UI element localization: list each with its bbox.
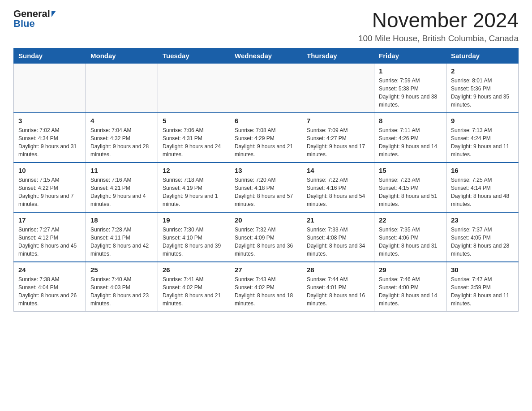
day-header-saturday: Saturday (446, 48, 519, 63)
day-number: 4 (90, 117, 153, 124)
calendar-week-row: 17Sunrise: 7:27 AMSunset: 4:12 PMDayligh… (14, 212, 519, 262)
day-number: 11 (90, 167, 153, 174)
day-header-sunday: Sunday (14, 48, 86, 63)
day-info-text: Sunrise: 7:27 AMSunset: 4:12 PMDaylight:… (18, 226, 81, 258)
day-info-text: Sunrise: 7:23 AMSunset: 4:15 PMDaylight:… (379, 176, 442, 208)
page-header: General Blue November 2024 100 Mile Hous… (13, 9, 519, 43)
day-number: 10 (18, 167, 81, 174)
day-info-text: Sunrise: 7:06 AMSunset: 4:31 PMDaylight:… (163, 126, 225, 158)
day-info-text: Sunrise: 7:13 AMSunset: 4:24 PMDaylight:… (451, 126, 514, 158)
day-number: 21 (307, 216, 369, 224)
calendar-cell: 9Sunrise: 7:13 AMSunset: 4:24 PMDaylight… (446, 113, 519, 163)
day-info-text: Sunrise: 7:16 AMSunset: 4:21 PMDaylight:… (90, 176, 153, 208)
calendar-cell: 22Sunrise: 7:35 AMSunset: 4:06 PMDayligh… (374, 212, 446, 262)
calendar-cell: 28Sunrise: 7:44 AMSunset: 4:01 PMDayligh… (302, 262, 374, 312)
calendar-cell: 12Sunrise: 7:18 AMSunset: 4:19 PMDayligh… (158, 163, 230, 212)
day-number: 16 (451, 167, 514, 174)
calendar-cell: 18Sunrise: 7:28 AMSunset: 4:11 PMDayligh… (86, 212, 158, 262)
calendar-cell: 27Sunrise: 7:43 AMSunset: 4:02 PMDayligh… (230, 262, 302, 312)
calendar-header-row: SundayMondayTuesdayWednesdayThursdayFrid… (14, 48, 519, 63)
calendar-cell: 11Sunrise: 7:16 AMSunset: 4:21 PMDayligh… (86, 163, 158, 212)
day-info-text: Sunrise: 7:04 AMSunset: 4:32 PMDaylight:… (90, 126, 153, 158)
day-number: 8 (379, 117, 442, 124)
day-number: 1 (379, 67, 442, 75)
calendar-cell (230, 63, 302, 113)
day-header-friday: Friday (374, 48, 446, 63)
day-header-wednesday: Wednesday (230, 48, 302, 63)
day-info-text: Sunrise: 7:22 AMSunset: 4:16 PMDaylight:… (307, 176, 369, 208)
day-number: 18 (90, 216, 153, 224)
day-info-text: Sunrise: 7:44 AMSunset: 4:01 PMDaylight:… (307, 275, 369, 308)
day-info-text: Sunrise: 7:35 AMSunset: 4:06 PMDaylight:… (379, 226, 442, 258)
day-info-text: Sunrise: 7:28 AMSunset: 4:11 PMDaylight:… (90, 226, 153, 258)
day-number: 17 (18, 216, 81, 224)
calendar-cell: 30Sunrise: 7:47 AMSunset: 3:59 PMDayligh… (446, 262, 519, 312)
day-header-thursday: Thursday (302, 48, 374, 63)
calendar-cell: 1Sunrise: 7:59 AMSunset: 5:38 PMDaylight… (374, 63, 446, 113)
calendar-cell: 4Sunrise: 7:04 AMSunset: 4:32 PMDaylight… (86, 113, 158, 163)
calendar-cell: 15Sunrise: 7:23 AMSunset: 4:15 PMDayligh… (374, 163, 446, 212)
day-info-text: Sunrise: 7:18 AMSunset: 4:19 PMDaylight:… (163, 176, 225, 208)
day-info-text: Sunrise: 7:47 AMSunset: 3:59 PMDaylight:… (451, 275, 514, 308)
calendar-week-row: 24Sunrise: 7:38 AMSunset: 4:04 PMDayligh… (14, 262, 519, 312)
day-number: 23 (451, 216, 514, 224)
day-number: 7 (307, 117, 369, 124)
calendar-cell: 20Sunrise: 7:32 AMSunset: 4:09 PMDayligh… (230, 212, 302, 262)
day-number: 3 (18, 117, 81, 124)
day-info-text: Sunrise: 7:08 AMSunset: 4:29 PMDaylight:… (235, 126, 297, 158)
day-number: 26 (163, 266, 225, 274)
calendar-cell: 13Sunrise: 7:20 AMSunset: 4:18 PMDayligh… (230, 163, 302, 212)
calendar-cell: 23Sunrise: 7:37 AMSunset: 4:05 PMDayligh… (446, 212, 519, 262)
day-number: 14 (307, 167, 369, 174)
calendar-cell: 14Sunrise: 7:22 AMSunset: 4:16 PMDayligh… (302, 163, 374, 212)
location-subtitle: 100 Mile House, British Columbia, Canada (358, 34, 519, 43)
day-number: 6 (235, 117, 297, 124)
calendar-cell: 10Sunrise: 7:15 AMSunset: 4:22 PMDayligh… (14, 163, 86, 212)
month-title: November 2024 (358, 9, 519, 32)
day-info-text: Sunrise: 7:40 AMSunset: 4:03 PMDaylight:… (90, 275, 153, 308)
calendar-cell: 26Sunrise: 7:41 AMSunset: 4:02 PMDayligh… (158, 262, 230, 312)
calendar-cell: 21Sunrise: 7:33 AMSunset: 4:08 PMDayligh… (302, 212, 374, 262)
day-header-monday: Monday (86, 48, 158, 63)
calendar-cell: 5Sunrise: 7:06 AMSunset: 4:31 PMDaylight… (158, 113, 230, 163)
calendar-cell: 24Sunrise: 7:38 AMSunset: 4:04 PMDayligh… (14, 262, 86, 312)
day-info-text: Sunrise: 7:32 AMSunset: 4:09 PMDaylight:… (235, 226, 297, 258)
day-number: 13 (235, 167, 297, 174)
calendar-table: SundayMondayTuesdayWednesdayThursdayFrid… (13, 48, 519, 312)
calendar-cell (302, 63, 374, 113)
day-info-text: Sunrise: 7:46 AMSunset: 4:00 PMDaylight:… (379, 275, 442, 308)
day-info-text: Sunrise: 7:33 AMSunset: 4:08 PMDaylight:… (307, 226, 369, 258)
logo: General Blue (13, 9, 56, 29)
day-number: 15 (379, 167, 442, 174)
day-number: 12 (163, 167, 225, 174)
logo-general-text: General (13, 9, 50, 19)
day-number: 29 (379, 266, 442, 274)
calendar-cell (86, 63, 158, 113)
calendar-cell: 7Sunrise: 7:09 AMSunset: 4:27 PMDaylight… (302, 113, 374, 163)
day-info-text: Sunrise: 7:09 AMSunset: 4:27 PMDaylight:… (307, 126, 369, 158)
day-number: 5 (163, 117, 225, 124)
day-number: 28 (307, 266, 369, 274)
day-number: 25 (90, 266, 153, 274)
day-info-text: Sunrise: 7:38 AMSunset: 4:04 PMDaylight:… (18, 275, 81, 308)
calendar-cell: 29Sunrise: 7:46 AMSunset: 4:00 PMDayligh… (374, 262, 446, 312)
calendar-cell: 8Sunrise: 7:11 AMSunset: 4:26 PMDaylight… (374, 113, 446, 163)
day-number: 30 (451, 266, 514, 274)
day-number: 19 (163, 216, 225, 224)
day-info-text: Sunrise: 7:41 AMSunset: 4:02 PMDaylight:… (163, 275, 225, 308)
calendar-week-row: 3Sunrise: 7:02 AMSunset: 4:34 PMDaylight… (14, 113, 519, 163)
day-number: 9 (451, 117, 514, 124)
day-number: 27 (235, 266, 297, 274)
calendar-week-row: 10Sunrise: 7:15 AMSunset: 4:22 PMDayligh… (14, 163, 519, 212)
day-info-text: Sunrise: 7:30 AMSunset: 4:10 PMDaylight:… (163, 226, 225, 258)
calendar-week-row: 1Sunrise: 7:59 AMSunset: 5:38 PMDaylight… (14, 63, 519, 113)
day-info-text: Sunrise: 7:11 AMSunset: 4:26 PMDaylight:… (379, 126, 442, 158)
day-number: 24 (18, 266, 81, 274)
calendar-cell: 25Sunrise: 7:40 AMSunset: 4:03 PMDayligh… (86, 262, 158, 312)
day-info-text: Sunrise: 7:02 AMSunset: 4:34 PMDaylight:… (18, 126, 81, 158)
day-info-text: Sunrise: 7:43 AMSunset: 4:02 PMDaylight:… (235, 275, 297, 308)
day-number: 20 (235, 216, 297, 224)
day-info-text: Sunrise: 7:20 AMSunset: 4:18 PMDaylight:… (235, 176, 297, 208)
logo-blue-text: Blue (13, 18, 35, 29)
calendar-cell: 3Sunrise: 7:02 AMSunset: 4:34 PMDaylight… (14, 113, 86, 163)
